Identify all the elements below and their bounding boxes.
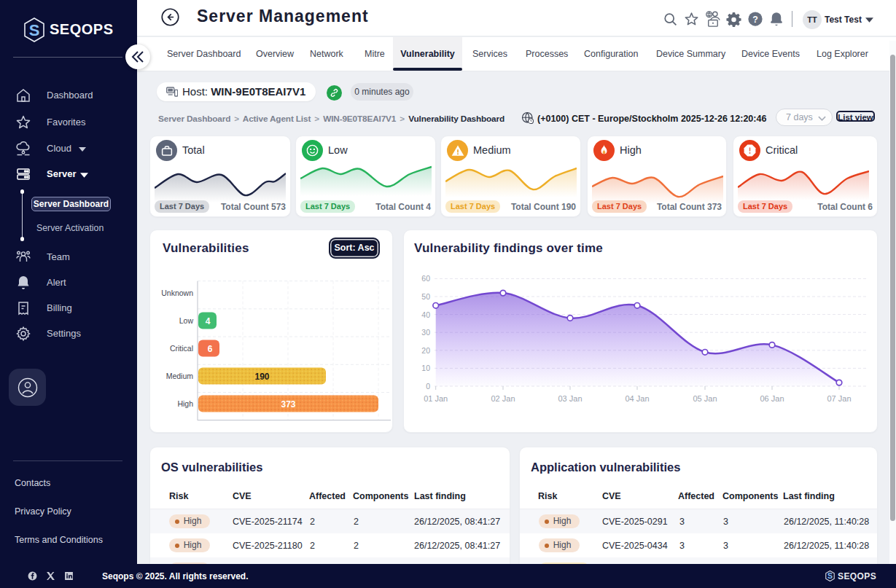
svg-text:02 Jan: 02 Jan	[491, 394, 515, 403]
svg-text:10: 10	[421, 364, 430, 372]
svg-text:03 Jan: 03 Jan	[558, 394, 582, 403]
svg-text:04 Jan: 04 Jan	[625, 394, 649, 403]
svg-text:Critical: Critical	[170, 344, 193, 353]
svg-text:S: S	[29, 21, 40, 39]
svg-text:07 Jan: 07 Jan	[827, 394, 851, 403]
svg-text:Medium: Medium	[166, 372, 194, 380]
svg-text:01 Jan: 01 Jan	[424, 394, 448, 403]
svg-text:20: 20	[421, 346, 430, 355]
svg-text:0: 0	[426, 382, 430, 391]
svg-text:60: 60	[421, 274, 430, 283]
svg-text:30: 30	[421, 328, 430, 337]
svg-text:?: ?	[752, 15, 758, 25]
svg-text:High: High	[177, 399, 193, 408]
svg-text:Low: Low	[179, 316, 194, 325]
svg-text:Unknown: Unknown	[161, 289, 193, 297]
svg-text:4: 4	[206, 316, 211, 326]
svg-text:40: 40	[421, 310, 430, 319]
svg-text:06 Jan: 06 Jan	[760, 394, 784, 403]
svg-text:6: 6	[208, 344, 213, 354]
svg-text:50: 50	[421, 292, 430, 301]
svg-text:S: S	[827, 571, 833, 580]
svg-text:05 Jan: 05 Jan	[693, 394, 717, 403]
svg-text:190: 190	[254, 372, 269, 382]
svg-text:373: 373	[281, 399, 295, 409]
